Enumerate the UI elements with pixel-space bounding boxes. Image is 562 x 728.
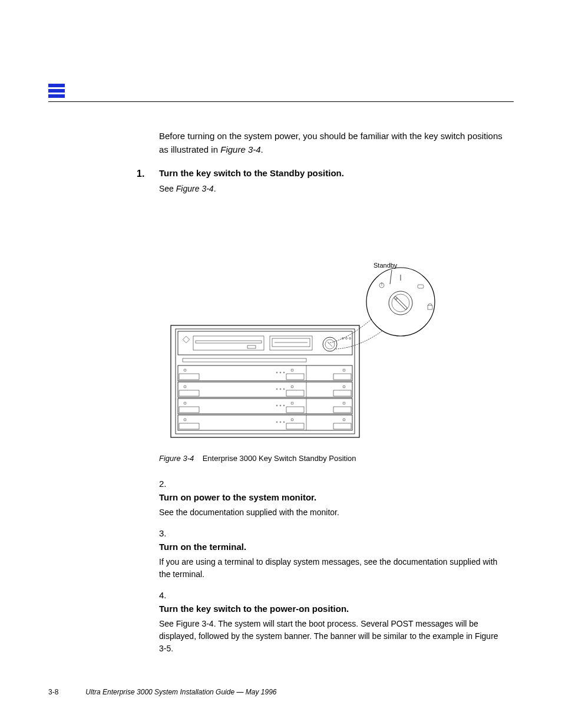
svg-point-72 — [276, 421, 277, 423]
svg-rect-21 — [270, 336, 312, 350]
figure-reference: Figure 3-4 — [220, 144, 260, 154]
step-title: Turn on power to the system monitor. — [159, 491, 507, 505]
step-desc: See the documentation supplied with the … — [159, 506, 507, 519]
svg-point-11 — [392, 294, 409, 312]
svg-point-74 — [283, 421, 285, 423]
svg-rect-45 — [286, 390, 304, 396]
page-footer: 3-8 Ultra Enterprise 3000 System Install… — [48, 688, 514, 696]
step-title: Turn the key switch to the Standby posit… — [159, 167, 507, 180]
svg-rect-31 — [178, 365, 352, 381]
step-title: Turn on the terminal. — [159, 541, 507, 554]
svg-point-50 — [276, 388, 277, 390]
svg-point-36 — [184, 369, 186, 371]
step-4: 4. Turn the key switch to the power-on p… — [159, 589, 507, 655]
svg-rect-68 — [333, 423, 351, 429]
step-number: 2. — [159, 479, 167, 489]
svg-point-49 — [343, 386, 345, 388]
svg-point-51 — [280, 388, 281, 390]
server-diagram: Standby — [159, 255, 489, 443]
body-text: Before turning on the system power, you … — [159, 130, 507, 203]
svg-rect-44 — [179, 390, 199, 396]
svg-line-3 — [390, 270, 392, 284]
svg-point-41 — [283, 372, 285, 373]
figure-caption: Figure 3-4 Enterprise 3000 Key Switch St… — [159, 454, 513, 463]
step-number: 4. — [159, 590, 167, 600]
footer-date: May 1996 — [246, 688, 277, 696]
figure-number: Figure 3-4 — [159, 454, 194, 463]
svg-rect-2 — [48, 94, 65, 98]
svg-point-58 — [184, 402, 186, 404]
lower-steps: 2. Turn on power to the system monitor. … — [159, 477, 507, 663]
svg-rect-57 — [333, 407, 351, 413]
svg-rect-42 — [178, 382, 352, 397]
svg-point-38 — [343, 369, 345, 371]
svg-point-52 — [283, 388, 285, 390]
step-desc: If you are using a terminal to display s… — [159, 556, 507, 581]
svg-rect-55 — [179, 407, 199, 413]
svg-point-37 — [291, 369, 293, 371]
page-header: 3 — [48, 83, 514, 102]
svg-point-62 — [280, 405, 281, 406]
svg-rect-19 — [196, 341, 262, 343]
keyswitch-callout — [366, 268, 435, 336]
page: 3 Before turning on the system power, yo… — [0, 0, 562, 728]
svg-rect-64 — [178, 415, 352, 430]
figure-block: Standby — [159, 255, 513, 463]
svg-rect-53 — [178, 398, 352, 414]
step-title: Turn the key switch to the power-on posi… — [159, 602, 507, 616]
svg-point-59 — [291, 402, 293, 404]
svg-point-61 — [276, 405, 277, 406]
svg-line-26 — [328, 342, 332, 347]
step-number: 3. — [159, 528, 167, 538]
svg-point-71 — [343, 419, 345, 421]
svg-rect-34 — [286, 374, 304, 380]
svg-rect-14 — [171, 325, 359, 437]
svg-rect-67 — [286, 423, 304, 429]
svg-point-29 — [349, 338, 351, 340]
svg-rect-8 — [418, 285, 424, 288]
svg-rect-17 — [183, 336, 189, 342]
svg-rect-66 — [179, 423, 199, 429]
step-desc: See Figure 3-4. The system will start th… — [159, 618, 507, 655]
step-desc: See Figure 3-4. — [159, 183, 507, 195]
svg-rect-30 — [183, 358, 306, 362]
svg-rect-9 — [428, 305, 432, 309]
svg-rect-15 — [176, 329, 355, 434]
label-standby: Standby — [373, 262, 398, 269]
svg-point-70 — [291, 419, 293, 421]
svg-rect-46 — [333, 390, 351, 396]
svg-point-60 — [343, 402, 345, 404]
step-1: 1. Turn the key switch to the Standby po… — [159, 167, 507, 195]
chapter-hamburger-icon — [48, 83, 65, 99]
svg-rect-56 — [286, 407, 304, 413]
svg-point-39 — [276, 372, 277, 373]
header-rule — [48, 101, 514, 102]
step-number: 1. — [137, 167, 144, 181]
footer-title: Ultra Enterprise 3000 System Installatio… — [85, 688, 234, 696]
intro-text: Before turning on the system power, you … — [159, 131, 503, 154]
page-number: 3-8 — [48, 688, 84, 696]
svg-rect-33 — [179, 374, 199, 380]
figure-title: Enterprise 3000 Key Switch Standby Posit… — [203, 454, 356, 463]
intro-text-suffix: . — [261, 144, 263, 154]
step-3: 3. Turn on the terminal. If you are usin… — [159, 527, 507, 581]
svg-rect-0 — [48, 84, 65, 87]
intro-paragraph: Before turning on the system power, you … — [159, 130, 507, 156]
svg-point-28 — [346, 338, 348, 340]
server-chassis — [171, 325, 359, 437]
svg-rect-1 — [48, 89, 65, 93]
svg-point-40 — [280, 372, 281, 373]
svg-rect-20 — [247, 345, 256, 348]
svg-point-69 — [184, 419, 186, 421]
svg-rect-35 — [333, 374, 351, 380]
svg-point-10 — [389, 291, 412, 315]
svg-point-73 — [280, 421, 281, 423]
svg-point-48 — [291, 386, 293, 388]
svg-point-47 — [184, 386, 186, 388]
step-2: 2. Turn on power to the system monitor. … — [159, 477, 507, 519]
svg-point-63 — [283, 405, 285, 406]
